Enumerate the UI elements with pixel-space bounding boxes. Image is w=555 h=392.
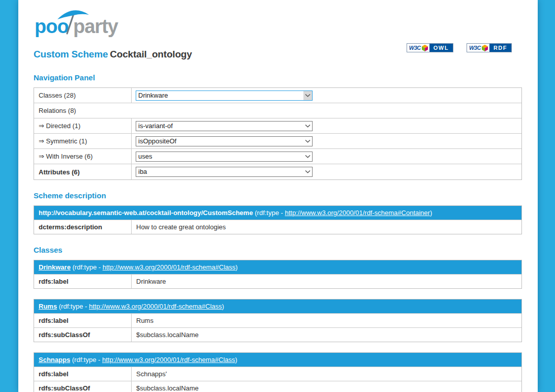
value-cell: Schnapps' (132, 367, 521, 381)
predicate-cell: rdfs:label (34, 275, 132, 288)
scheme-subject-uri: http://vocabulary.semantic-web.at/cockta… (39, 209, 253, 217)
content-panel: poo party Custom SchemeCocktail_ontology… (18, 0, 538, 392)
table-row: dcterms:description How to create great … (34, 220, 521, 234)
chevron-down-icon (303, 137, 312, 146)
predicate-cell: rdfs:label (34, 367, 132, 381)
chevron-down-icon (303, 167, 312, 176)
with-inverse-relations-dropdown[interactable]: uses (136, 152, 313, 162)
value-cell: Drinkware (132, 275, 521, 288)
w3c-label: W3C (469, 45, 481, 51)
classes-heading: Classes (34, 246, 522, 254)
attributes-dropdown-value: iba (136, 167, 303, 176)
table-row: rdfs:subClassOf $subclass.localName (34, 381, 521, 392)
rdf-type-text: (rdf:type - (253, 209, 285, 217)
logo-pool-text: poo (35, 16, 69, 37)
class-name-link[interactable]: Drinkware (39, 263, 71, 271)
close-paren: ) (430, 209, 432, 217)
table-row: rdfs:label Drinkware (34, 274, 521, 288)
chevron-down-icon (303, 122, 312, 131)
standards-badges: W3C OWL W3C (407, 43, 512, 52)
class-header: Rums (rdf:type - http://www.w3.org/2000/… (34, 299, 521, 313)
poolparty-logo-graphic: poo party (34, 6, 145, 40)
w3c-rdf-badge[interactable]: W3C RDF (467, 43, 512, 52)
scheme-header: http://vocabulary.semantic-web.at/cockta… (34, 206, 521, 220)
scheme-name-label: Cocktail_ontology (110, 49, 192, 59)
close-paren: ) (235, 356, 237, 364)
value-cell: $subclass.localName (132, 328, 521, 342)
with-inverse-count-label: ⇒ With Inverse (6) (34, 149, 132, 164)
nav-row-with-inverse: ⇒ With Inverse (6) uses (34, 149, 521, 164)
rdf-schema-class-link[interactable]: http://www.w3.org/2000/01/rdf-schema#Cla… (103, 263, 236, 271)
navigation-panel-table: Classes (28) Drinkware Relations (8) ⇒ D… (34, 87, 522, 180)
class-name-link[interactable]: Schnapps (39, 356, 70, 364)
directed-relations-dropdown[interactable]: is-variant-of (136, 121, 313, 131)
class-name-link[interactable]: Rums (39, 303, 57, 310)
predicate-cell: rdfs:subClassOf (34, 328, 132, 342)
with-inverse-dropdown-value: uses (136, 152, 303, 161)
rdf-type-text: (rdf:type - (70, 356, 102, 364)
table-row: rdfs:subClassOf $subclass.localName (34, 327, 521, 342)
classes-dropdown[interactable]: Drinkware (136, 91, 313, 101)
scheme-description-heading: Scheme description (34, 191, 522, 200)
rdf-schema-class-link[interactable]: http://www.w3.org/2000/01/rdf-schema#Cla… (89, 303, 222, 310)
chevron-down-icon (303, 152, 312, 161)
class-table-drinkware: Drinkware (rdf:type - http://www.w3.org/… (34, 260, 522, 289)
symmetric-count-label: ⇒ Symmetric (1) (34, 134, 132, 148)
poolparty-logo[interactable]: poo party (34, 6, 145, 40)
w3c-owl-badge[interactable]: W3C OWL (407, 43, 453, 52)
rdf-type-text: (rdf:type - (71, 263, 103, 271)
value-cell: Rums (132, 314, 521, 327)
nav-row-classes: Classes (28) Drinkware (34, 88, 521, 103)
directed-count-label: ⇒ Directed (1) (34, 118, 132, 133)
rdf-schema-container-link[interactable]: http://www.w3.org/2000/01/rdf-schema#Con… (285, 209, 429, 217)
table-row: rdfs:label Schnapps' (34, 367, 521, 381)
nav-row-symmetric: ⇒ Symmetric (1) isOppositeOf (34, 134, 521, 149)
value-cell: How to create great ontologies (132, 220, 521, 234)
class-table-rums: Rums (rdf:type - http://www.w3.org/2000/… (34, 299, 522, 342)
owl-badge-label: OWL (429, 44, 453, 52)
directed-dropdown-value: is-variant-of (136, 122, 303, 131)
w3c-cube-icon (482, 45, 488, 51)
classes-dropdown-value: Drinkware (136, 91, 303, 100)
navigation-panel-heading: Navigation Panel (34, 73, 522, 82)
class-header: Schnapps (rdf:type - http://www.w3.org/2… (34, 353, 521, 367)
rdf-badge-label: RDF (489, 44, 511, 52)
value-cell: $subclass.localName (132, 381, 521, 392)
table-row: rdfs:label Rums (34, 313, 521, 327)
scheme-type-label: Custom Scheme (34, 49, 108, 59)
nav-row-relations: Relations (8) (34, 103, 521, 118)
rdf-type-text: (rdf:type - (57, 303, 89, 310)
close-paren: ) (235, 263, 237, 271)
predicate-cell: dcterms:description (34, 220, 132, 234)
w3c-cube-icon (422, 45, 428, 51)
class-table-schnapps: Schnapps (rdf:type - http://www.w3.org/2… (34, 352, 522, 392)
predicate-cell: rdfs:subClassOf (34, 381, 132, 392)
symmetric-relations-dropdown[interactable]: isOppositeOf (136, 136, 313, 146)
chevron-down-icon (303, 91, 312, 100)
nav-row-attributes: Attributes (6) iba (34, 164, 521, 179)
relations-count-label: Relations (8) (34, 103, 521, 118)
logo-party-text: party (73, 16, 118, 37)
nav-row-directed: ⇒ Directed (1) is-variant-of (34, 118, 521, 134)
class-header: Drinkware (rdf:type - http://www.w3.org/… (34, 260, 521, 274)
attributes-dropdown[interactable]: iba (136, 167, 313, 177)
attributes-count-label: Attributes (6) (34, 164, 132, 179)
w3c-label: W3C (409, 45, 421, 51)
symmetric-dropdown-value: isOppositeOf (136, 137, 303, 146)
predicate-cell: rdfs:label (34, 314, 132, 327)
rdf-schema-class-link[interactable]: http://www.w3.org/2000/01/rdf-schema#Cla… (102, 356, 235, 364)
scheme-description-table: http://vocabulary.semantic-web.at/cockta… (34, 205, 522, 234)
close-paren: ) (222, 303, 224, 310)
classes-count-label: Classes (28) (34, 88, 132, 103)
